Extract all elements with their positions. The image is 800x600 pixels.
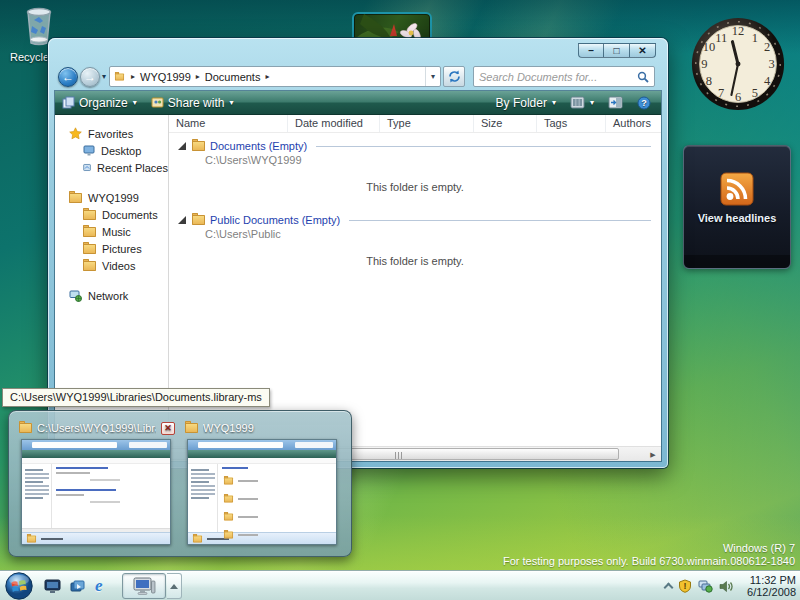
breadcrumb-item-user[interactable]: WYQ1999 bbox=[140, 71, 191, 83]
tray-chevron-icon[interactable] bbox=[664, 583, 674, 593]
mini-sidebar bbox=[188, 464, 218, 532]
forward-button[interactable]: → bbox=[80, 67, 100, 87]
column-header-type[interactable]: Type bbox=[380, 115, 474, 132]
sidebar-item-favorites[interactable]: Favorites bbox=[55, 125, 168, 142]
search-icon[interactable] bbox=[637, 71, 649, 83]
rss-feed-gadget[interactable]: View headlines bbox=[683, 145, 791, 269]
thumbnail-close-button[interactable]: ✕ bbox=[161, 422, 175, 435]
empty-folder-message: This folder is empty. bbox=[169, 169, 661, 212]
group-collapse-icon[interactable] bbox=[178, 142, 186, 150]
maximize-button[interactable]: □ bbox=[604, 43, 630, 58]
group-header-documents[interactable]: Documents (Empty) bbox=[169, 138, 661, 154]
window-titlebar[interactable]: – □ ✕ bbox=[48, 38, 668, 64]
group-title[interactable]: Documents (Empty) bbox=[210, 140, 307, 152]
taskbar: e ! bbox=[0, 570, 800, 600]
command-toolbar: Organize▾ Share with▾ By Folder▾ bbox=[55, 91, 661, 115]
sidebar-item-desktop[interactable]: Desktop bbox=[55, 142, 168, 159]
breadcrumb-chevron-icon[interactable]: ▸ bbox=[196, 72, 200, 81]
desktop-icon bbox=[83, 145, 95, 156]
start-button[interactable] bbox=[5, 572, 33, 600]
sidebar-item-documents[interactable]: Documents bbox=[55, 206, 168, 223]
internet-explorer-icon[interactable]: e bbox=[95, 576, 103, 596]
sidebar-item-recent-places[interactable]: Recent Places bbox=[55, 159, 168, 176]
preview-pane-button[interactable] bbox=[601, 91, 630, 114]
svg-text:4: 4 bbox=[764, 74, 771, 88]
volume-icon[interactable] bbox=[719, 580, 734, 593]
column-header-name[interactable]: Name bbox=[169, 115, 288, 132]
views-button[interactable]: ▾ bbox=[563, 91, 601, 114]
sidebar-item-videos[interactable]: Videos bbox=[55, 257, 168, 274]
mini-window-preview[interactable] bbox=[187, 439, 337, 545]
help-icon: ? bbox=[637, 96, 651, 110]
sidebar-item-music[interactable]: Music bbox=[55, 223, 168, 240]
group-header-public-documents[interactable]: Public Documents (Empty) bbox=[169, 212, 661, 228]
refresh-icon bbox=[448, 70, 461, 83]
group-title[interactable]: Public Documents (Empty) bbox=[210, 214, 340, 226]
mini-statusbar bbox=[22, 532, 170, 544]
mini-main bbox=[188, 464, 336, 532]
breadcrumb-chevron-icon[interactable]: ▸ bbox=[265, 72, 269, 81]
group-collapse-icon[interactable] bbox=[178, 216, 186, 224]
task-group-expander[interactable] bbox=[167, 573, 182, 599]
sidebar-item-user-folder[interactable]: WYQ1999 bbox=[55, 189, 168, 206]
svg-text:7: 7 bbox=[718, 86, 724, 100]
close-button[interactable]: ✕ bbox=[630, 43, 656, 58]
network-tray-icon[interactable] bbox=[698, 579, 713, 593]
caption-buttons: – □ ✕ bbox=[578, 43, 656, 58]
thumbnail-folder-icon bbox=[185, 423, 198, 433]
group-folder-icon bbox=[192, 141, 205, 151]
share-with-button[interactable]: Share with▾ bbox=[144, 91, 241, 114]
window-thumbnail-libraries[interactable]: C:\Users\WYQ1999\Libraries\... ✕ bbox=[19, 419, 177, 550]
breadcrumb[interactable]: ▸ WYQ1999 ▸ Documents ▸ ▾ bbox=[109, 66, 441, 87]
mini-main bbox=[22, 464, 170, 528]
sidebar-item-network[interactable]: Network bbox=[55, 287, 168, 304]
group-path: C:\Users\WYQ1999 bbox=[169, 154, 661, 169]
column-header-authors[interactable]: Authors bbox=[606, 115, 661, 132]
switch-windows-icon[interactable] bbox=[70, 579, 86, 594]
breadcrumb-item-documents[interactable]: Documents bbox=[205, 71, 261, 83]
clock-gadget[interactable]: 1212 345 678 91011 bbox=[690, 16, 786, 112]
computer-icon bbox=[132, 576, 156, 597]
mini-toolbar bbox=[188, 450, 336, 458]
explorer-task-button[interactable] bbox=[122, 573, 166, 599]
back-button[interactable]: ← bbox=[58, 67, 78, 87]
group-rule bbox=[316, 146, 651, 147]
views-icon bbox=[570, 96, 585, 109]
up-arrow-icon bbox=[170, 580, 178, 589]
group-rule bbox=[349, 220, 651, 221]
svg-text:9: 9 bbox=[701, 57, 707, 71]
search-input[interactable]: Search Documents for... bbox=[473, 66, 655, 87]
mini-content bbox=[52, 464, 170, 528]
svg-text:12: 12 bbox=[732, 24, 744, 38]
window-thumbnail-user-folder[interactable]: WYQ1999 bbox=[185, 419, 343, 550]
help-button[interactable]: ? bbox=[630, 91, 661, 114]
svg-text:?: ? bbox=[641, 98, 647, 108]
sidebar-item-pictures[interactable]: Pictures bbox=[55, 240, 168, 257]
scroll-right-arrow[interactable]: ▶ bbox=[647, 449, 659, 460]
pictures-folder-icon bbox=[83, 244, 96, 254]
preview-pane-icon bbox=[608, 96, 623, 109]
thumbnail-header: C:\Users\WYQ1999\Libraries\... ✕ bbox=[19, 419, 177, 437]
show-desktop-icon[interactable] bbox=[44, 579, 61, 594]
music-folder-icon bbox=[83, 227, 96, 237]
recent-places-icon bbox=[83, 162, 91, 173]
thumbnail-title: WYQ1999 bbox=[203, 422, 343, 434]
minimize-button[interactable]: – bbox=[578, 43, 604, 58]
address-dropdown-icon[interactable]: ▾ bbox=[425, 67, 440, 86]
organize-button[interactable]: Organize▾ bbox=[55, 91, 144, 114]
column-header-tags[interactable]: Tags bbox=[537, 115, 606, 132]
arrange-by-folder-button[interactable]: By Folder▾ bbox=[489, 91, 563, 114]
videos-folder-icon bbox=[83, 261, 96, 271]
column-header-size[interactable]: Size bbox=[474, 115, 537, 132]
column-header-date-modified[interactable]: Date modified bbox=[288, 115, 380, 132]
mini-toolbar bbox=[22, 450, 170, 458]
quick-launch: e bbox=[44, 571, 103, 600]
thumbnail-header: WYQ1999 bbox=[185, 419, 343, 437]
mini-window-preview[interactable] bbox=[21, 439, 171, 545]
recent-pages-dropdown-icon[interactable]: ▾ bbox=[102, 72, 106, 81]
security-alert-icon[interactable]: ! bbox=[678, 579, 692, 593]
tray-clock[interactable]: 11:32 PM 6/12/2008 bbox=[740, 574, 796, 598]
svg-text:6: 6 bbox=[735, 90, 741, 104]
desktop: Recycle Bin bbox=[0, 0, 800, 600]
refresh-button[interactable] bbox=[443, 66, 465, 87]
